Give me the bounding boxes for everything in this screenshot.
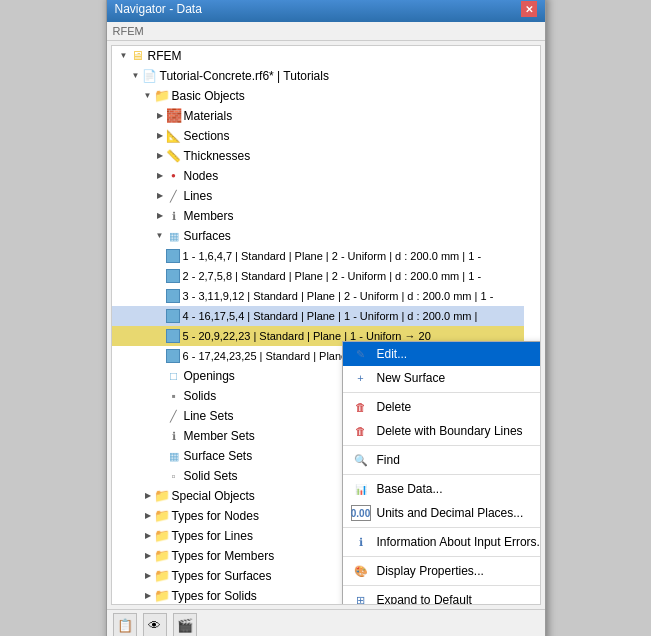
ctx-sep-3	[343, 474, 541, 475]
thicknesses-label: Thicknesses	[184, 147, 251, 165]
expand-solids[interactable]	[154, 390, 166, 402]
surface-sets-icon: ▦	[166, 448, 182, 464]
surface-6-icon	[166, 349, 180, 363]
expand-default-icon: ⊞	[351, 592, 371, 605]
surface-item-2[interactable]: 2 - 2,7,5,8 | Standard | Plane | 2 - Uni…	[112, 266, 524, 286]
input-errors-icon: ℹ	[351, 534, 371, 550]
ctx-input-errors[interactable]: ℹ Information About Input Errors...	[343, 530, 541, 554]
ctx-new-surface-label: New Surface	[377, 371, 541, 385]
types-nodes-folder-icon: 📁	[154, 508, 170, 524]
expand-solid-sets[interactable]	[154, 470, 166, 482]
tree-materials[interactable]: ▶ 🧱 Materials	[112, 106, 524, 126]
types-surfaces-folder-icon: 📁	[154, 568, 170, 584]
ctx-base-data-label: Base Data...	[377, 482, 541, 496]
toolbar: RFEM	[107, 22, 545, 41]
expand-types-surfaces[interactable]: ▶	[142, 570, 154, 582]
lines-label: Lines	[184, 187, 213, 205]
tree-lines[interactable]: ▶ ╱ Lines	[112, 186, 524, 206]
types-solids-label: Types for Solids	[172, 587, 257, 605]
ctx-expand-default-label: Expand to Default	[377, 593, 541, 605]
ctx-base-data[interactable]: 📊 Base Data...	[343, 477, 541, 501]
tree-members[interactable]: ▶ ℹ Members	[112, 206, 524, 226]
expand-special[interactable]: ▶	[142, 490, 154, 502]
delete-boundary-icon: 🗑	[351, 423, 371, 439]
ctx-edit[interactable]: ✎ Edit... Enter	[343, 342, 541, 366]
navigator-window: Navigator - Data ✕ RFEM ▼ 🖥 RFEM ▼ 📄 Tut…	[106, 0, 546, 636]
expand-materials[interactable]: ▶	[154, 110, 166, 122]
sections-icon: 📐	[166, 128, 182, 144]
member-sets-label: Member Sets	[184, 427, 255, 445]
context-menu: ✎ Edit... Enter + New Surface ▶ 🗑 Delete…	[342, 341, 541, 605]
new-surface-icon: +	[351, 370, 371, 386]
expand-sections[interactable]: ▶	[154, 130, 166, 142]
ctx-sep-4	[343, 527, 541, 528]
tree-project[interactable]: ▼ 📄 Tutorial-Concrete.rf6* | Tutorials	[112, 66, 524, 86]
tree-sections[interactable]: ▶ 📐 Sections	[112, 126, 524, 146]
expand-types-nodes[interactable]: ▶	[142, 510, 154, 522]
ctx-input-errors-label: Information About Input Errors...	[377, 535, 541, 549]
expand-line-sets[interactable]	[154, 410, 166, 422]
tree-root[interactable]: ▼ 🖥 RFEM	[112, 46, 524, 66]
types-members-label: Types for Members	[172, 547, 275, 565]
project-label: Tutorial-Concrete.rf6* | Tutorials	[160, 67, 329, 85]
expand-project[interactable]: ▼	[130, 70, 142, 82]
solid-sets-icon: ▫	[166, 468, 182, 484]
surface-item-4[interactable]: 4 - 16,17,5,4 | Standard | Plane | 1 - U…	[112, 306, 524, 326]
materials-icon: 🧱	[166, 108, 182, 124]
expand-lines[interactable]: ▶	[154, 190, 166, 202]
tree-basic-objects[interactable]: ▼ 📁 Basic Objects	[112, 86, 524, 106]
solids-icon: ▪	[166, 388, 182, 404]
tree-nodes[interactable]: ▶ ● Nodes	[112, 166, 524, 186]
rfem-label: RFEM	[113, 25, 144, 37]
ctx-delete[interactable]: 🗑 Delete Del	[343, 395, 541, 419]
ctx-sep-1	[343, 392, 541, 393]
ctx-find[interactable]: 🔍 Find	[343, 448, 541, 472]
surface-2-text: 2 - 2,7,5,8 | Standard | Plane | 2 - Uni…	[183, 267, 482, 285]
nodes-label: Nodes	[184, 167, 219, 185]
bottom-btn-1[interactable]: 📋	[113, 613, 137, 636]
tree-surfaces[interactable]: ▼ ▦ Surfaces	[112, 226, 524, 246]
project-icon: 📄	[142, 68, 158, 84]
expand-surfaces[interactable]: ▼	[154, 230, 166, 242]
types-members-folder-icon: 📁	[154, 548, 170, 564]
member-sets-icon: ℹ	[166, 428, 182, 444]
expand-thicknesses[interactable]: ▶	[154, 150, 166, 162]
expand-nodes[interactable]: ▶	[154, 170, 166, 182]
ctx-edit-label: Edit...	[377, 347, 541, 361]
ctx-delete-boundary[interactable]: 🗑 Delete with Boundary Lines	[343, 419, 541, 443]
ctx-new-surface[interactable]: + New Surface ▶	[343, 366, 541, 390]
bottom-btn-3[interactable]: 🎬	[173, 613, 197, 636]
surface-item-3[interactable]: 3 - 3,11,9,12 | Standard | Plane | 2 - U…	[112, 286, 524, 306]
surface-1-icon	[166, 249, 180, 263]
display-props-icon: 🎨	[351, 563, 371, 579]
delete-icon: 🗑	[351, 399, 371, 415]
ctx-expand-default[interactable]: ⊞ Expand to Default	[343, 588, 541, 605]
tree-container[interactable]: ▼ 🖥 RFEM ▼ 📄 Tutorial-Concrete.rf6* | Tu…	[111, 45, 541, 605]
expand-types-members[interactable]: ▶	[142, 550, 154, 562]
find-icon: 🔍	[351, 452, 371, 468]
materials-label: Materials	[184, 107, 233, 125]
expand-openings[interactable]	[154, 370, 166, 382]
expand-root[interactable]: ▼	[118, 50, 130, 62]
ctx-display-props[interactable]: 🎨 Display Properties...	[343, 559, 541, 583]
close-button[interactable]: ✕	[521, 1, 537, 17]
surface-item-1[interactable]: 1 - 1,6,4,7 | Standard | Plane | 2 - Uni…	[112, 246, 524, 266]
surface-3-text: 3 - 3,11,9,12 | Standard | Plane | 2 - U…	[183, 287, 494, 305]
expand-types-lines[interactable]: ▶	[142, 530, 154, 542]
ctx-units-label: Units and Decimal Places...	[377, 506, 541, 520]
sections-label: Sections	[184, 127, 230, 145]
folder-icon: 🖥	[130, 48, 146, 64]
expand-members[interactable]: ▶	[154, 210, 166, 222]
ctx-sep-2	[343, 445, 541, 446]
ctx-delete-label: Delete	[377, 400, 541, 414]
expand-surface-sets[interactable]	[154, 450, 166, 462]
bottom-btn-2[interactable]: 👁	[143, 613, 167, 636]
surfaces-icon: ▦	[166, 228, 182, 244]
surface-4-text: 4 - 16,17,5,4 | Standard | Plane | 1 - U…	[183, 307, 478, 325]
expand-types-solids[interactable]: ▶	[142, 590, 154, 602]
ctx-units[interactable]: 0.00 Units and Decimal Places...	[343, 501, 541, 525]
expand-basic[interactable]: ▼	[142, 90, 154, 102]
bottom-bar: 📋 👁 🎬	[107, 609, 545, 636]
tree-thicknesses[interactable]: ▶ 📏 Thicknesses	[112, 146, 524, 166]
expand-member-sets[interactable]	[154, 430, 166, 442]
